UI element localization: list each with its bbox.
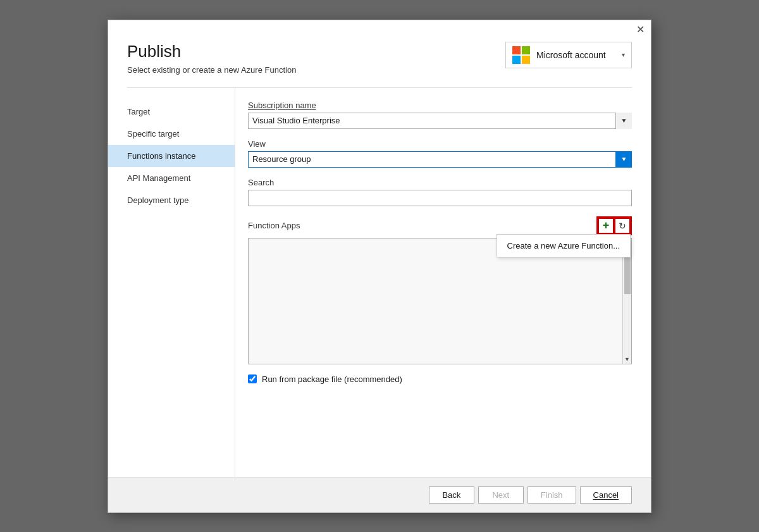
function-apps-label: Function Apps [248, 221, 300, 230]
back-button[interactable]: Back [429, 486, 474, 504]
next-button[interactable]: Next [478, 486, 524, 504]
refresh-button[interactable]: ↻ [614, 218, 631, 234]
sidebar-item-deployment-type[interactable]: Deployment type [108, 189, 235, 211]
create-function-item[interactable]: Create a new Azure Function... [497, 237, 630, 254]
view-select[interactable]: Resource group [248, 151, 632, 168]
run-from-package-label[interactable]: Run from package file (recommended) [262, 374, 402, 384]
scroll-down-icon[interactable]: ▼ [623, 355, 632, 364]
ms-logo [512, 46, 530, 64]
view-label: View [248, 139, 632, 149]
view-group: View Resource group ▼ [248, 139, 632, 168]
subscription-group: Subscription name Visual Studio Enterpri… [248, 101, 632, 129]
ms-account-text: Microsoft account [536, 50, 615, 60]
ms-logo-blue [512, 56, 521, 64]
run-from-package-checkbox[interactable] [248, 374, 257, 383]
content-area: Target Specific target Functions instanc… [108, 88, 651, 477]
tooltip-menu: Create a new Azure Function... [497, 234, 631, 257]
sidebar-item-functions-instance[interactable]: Functions instance [108, 145, 235, 167]
function-apps-section: Function Apps + ↻ Create a new Azure F [248, 216, 632, 364]
add-function-button[interactable]: + [598, 218, 614, 234]
footer: Back Next Finish Cancel [108, 478, 651, 512]
search-label: Search [248, 178, 632, 187]
ms-logo-yellow [522, 56, 530, 64]
view-select-wrapper: Resource group ▼ [248, 151, 632, 168]
main-content: Subscription name Visual Studio Enterpri… [235, 88, 651, 477]
add-icon: + [603, 219, 610, 232]
subscription-label: Subscription name [248, 101, 632, 110]
refresh-icon: ↻ [619, 221, 626, 231]
cancel-button[interactable]: Cancel [580, 486, 632, 504]
scroll-thumb [624, 256, 631, 294]
dialog-subtitle: Select existing or create a new Azure Fu… [127, 65, 296, 75]
ms-logo-red [512, 46, 521, 54]
search-group: Search [248, 178, 632, 206]
subscription-select[interactable]: Visual Studio Enterprise [248, 113, 632, 129]
publish-dialog: ✕ Publish Select existing or create a ne… [108, 20, 651, 513]
sidebar: Target Specific target Functions instanc… [108, 88, 235, 477]
title-section: Publish Select existing or create a new … [127, 42, 296, 75]
ms-account-arrow-icon: ▾ [622, 51, 625, 58]
function-apps-actions: + ↻ Create a new Azure Function... [596, 216, 632, 235]
sidebar-item-api-management[interactable]: API Management [108, 167, 235, 189]
header-area: Publish Select existing or create a new … [108, 35, 651, 87]
ms-account-badge[interactable]: Microsoft account ▾ [505, 42, 632, 68]
ms-logo-green [522, 46, 530, 54]
title-bar: ✕ [108, 20, 651, 35]
dialog-title: Publish [127, 42, 296, 61]
add-refresh-container: + ↻ Create a new Azure Function... [596, 216, 632, 235]
package-file-row: Run from package file (recommended) [248, 374, 632, 384]
function-apps-header: Function Apps + ↻ Create a new Azure F [248, 216, 632, 235]
subscription-select-wrapper: Visual Studio Enterprise ▼ [248, 113, 632, 129]
sidebar-item-specific-target[interactable]: Specific target [108, 123, 235, 145]
finish-button[interactable]: Finish [528, 486, 576, 504]
search-input[interactable] [248, 190, 632, 206]
sidebar-item-target[interactable]: Target [108, 101, 235, 123]
close-button[interactable]: ✕ [634, 24, 646, 35]
